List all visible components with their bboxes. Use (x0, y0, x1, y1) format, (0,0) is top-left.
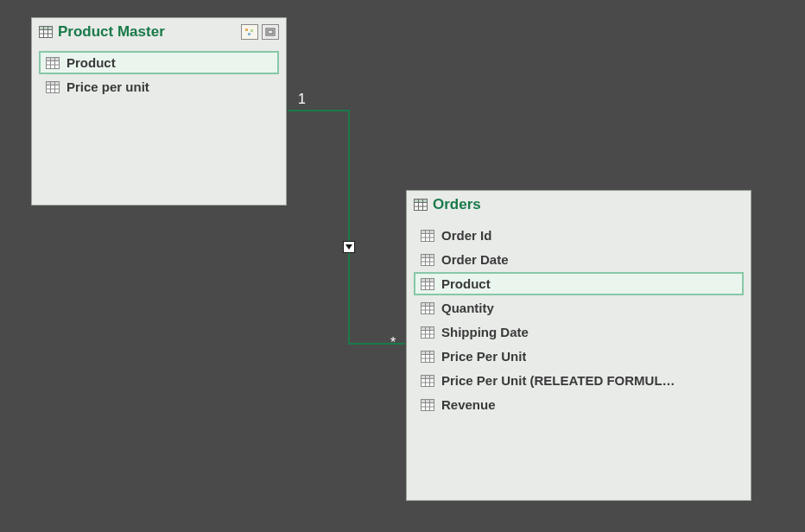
svg-rect-21 (415, 200, 428, 203)
entity-product-master[interactable]: Product Master (31, 17, 287, 206)
field-revenue[interactable]: Revenue (414, 393, 744, 416)
field-label: Quantity (441, 301, 494, 315)
field-label: Price Per Unit (RELEATED FORMUL… (441, 373, 675, 388)
field-label: Product (441, 276, 491, 291)
table-icon (421, 302, 434, 314)
entity-header-actions (241, 24, 279, 40)
field-order-date[interactable]: Order Date (414, 248, 744, 271)
svg-rect-61 (422, 399, 434, 402)
entity-body: Order Id Order Date Product Quantity (407, 219, 751, 424)
field-label: Order Id (441, 228, 491, 243)
entity-header: Orders (407, 191, 751, 219)
field-label: Product (67, 55, 116, 70)
entity-orders[interactable]: Orders Order Id Order Date Product (406, 190, 751, 501)
svg-rect-26 (422, 230, 434, 233)
svg-rect-9 (268, 30, 273, 34)
svg-rect-46 (422, 326, 434, 330)
svg-rect-36 (422, 278, 434, 282)
table-icon (46, 81, 60, 93)
svg-rect-31 (422, 254, 434, 257)
filter-direction-icon (343, 241, 355, 253)
field-label: Price Per Unit (441, 349, 526, 364)
field-price-per-unit-related-formula[interactable]: Price Per Unit (RELEATED FORMUL… (414, 369, 744, 392)
table-icon (421, 351, 434, 363)
svg-rect-5 (245, 28, 248, 31)
field-product[interactable]: Product (39, 51, 279, 74)
entity-options-button[interactable] (241, 24, 258, 40)
table-icon (39, 26, 53, 38)
field-label: Order Date (441, 252, 509, 267)
svg-rect-1 (40, 27, 53, 30)
table-icon (421, 254, 434, 266)
field-label: Price per unit (67, 79, 149, 94)
table-icon (421, 375, 434, 387)
svg-rect-6 (250, 29, 253, 32)
table-icon (46, 57, 60, 69)
field-product[interactable]: Product (414, 272, 744, 295)
svg-rect-51 (422, 351, 434, 354)
table-icon (421, 399, 434, 411)
table-icon (421, 278, 434, 290)
field-label: Revenue (441, 397, 496, 412)
svg-rect-56 (422, 375, 434, 378)
svg-marker-65 (345, 244, 352, 250)
cardinality-many-label: * (390, 335, 396, 351)
field-order-id[interactable]: Order Id (414, 224, 744, 247)
table-icon (414, 199, 428, 211)
field-price-per-unit[interactable]: Price per unit (39, 75, 279, 98)
table-icon (421, 230, 434, 242)
entity-title: Orders (433, 196, 744, 213)
svg-rect-7 (248, 33, 250, 35)
svg-rect-11 (47, 57, 60, 60)
svg-rect-41 (422, 302, 434, 306)
field-label: Shipping Date (441, 325, 529, 339)
cardinality-one-label: 1 (298, 92, 306, 107)
entity-title: Product Master (58, 23, 236, 41)
diagram-canvas[interactable]: Product Master (0, 0, 805, 532)
entity-body: Product Price per unit (32, 47, 286, 106)
table-icon (421, 326, 434, 339)
field-price-per-unit[interactable]: Price Per Unit (414, 345, 744, 368)
field-shipping-date[interactable]: Shipping Date (414, 320, 744, 344)
entity-header: Product Master (32, 18, 286, 47)
field-quantity[interactable]: Quantity (414, 296, 744, 320)
entity-maximize-button[interactable] (262, 24, 279, 40)
svg-rect-16 (47, 81, 60, 85)
